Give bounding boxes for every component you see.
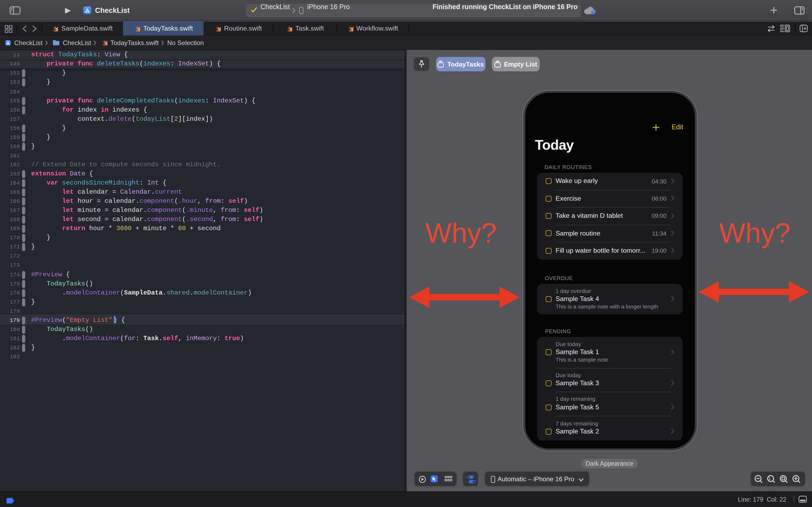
svg-text:1: 1 [768,476,771,481]
